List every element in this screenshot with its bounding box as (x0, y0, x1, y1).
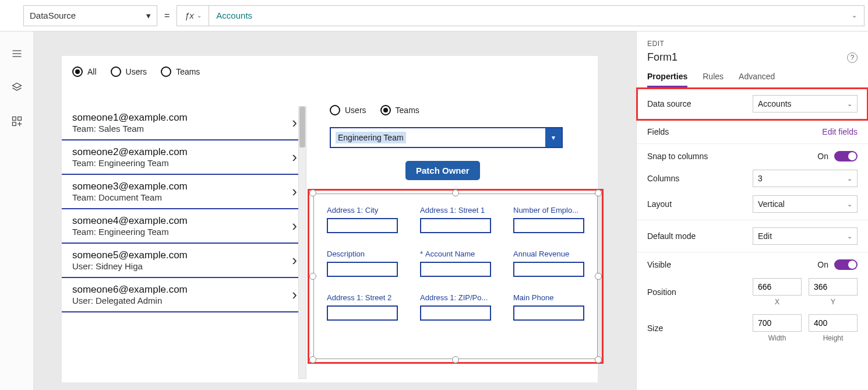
left-filter-radios: AllUsersTeams (62, 56, 598, 83)
tab-properties[interactable]: Properties (647, 72, 687, 87)
scrollbar[interactable] (298, 106, 306, 379)
form-field: Description (327, 250, 398, 277)
field-label: Address 1: Street 1 (420, 206, 491, 215)
field-input[interactable] (513, 262, 584, 277)
formula-input[interactable]: Accounts ⌄ (209, 5, 865, 26)
tab-rules[interactable]: Rules (703, 72, 724, 87)
field-input[interactable] (327, 305, 398, 321)
form-field: Address 1: ZIP/Po... (420, 293, 491, 321)
list-item-title: someone4@example.com (72, 215, 188, 227)
form-field: Address 1: Street 2 (327, 293, 398, 321)
size-label: Size (647, 324, 663, 333)
chevron-right-icon: › (292, 114, 297, 132)
field-input[interactable] (420, 305, 491, 321)
svg-rect-6 (12, 122, 16, 126)
formula-bar: DataSource ▾ = ƒx⌄ Accounts ⌄ (0, 0, 868, 31)
snap-columns-toggle[interactable] (834, 151, 858, 161)
columns-select[interactable]: 3 ⌄ (753, 170, 858, 187)
list-item[interactable]: someone3@example.comTeam: Document Team› (62, 175, 306, 209)
resize-handle[interactable] (452, 356, 459, 363)
form-field: Address 1: Street 1 (420, 206, 491, 233)
formula-expression: Accounts (216, 10, 252, 20)
resize-handle[interactable] (595, 356, 602, 363)
field-input[interactable] (513, 218, 584, 233)
tab-advanced[interactable]: Advanced (739, 72, 775, 87)
list-item-subtitle: Team: Engineering Team (72, 227, 188, 237)
field-input[interactable] (327, 262, 398, 277)
field-label: Number of Emplo... (513, 206, 584, 215)
visible-label: Visible (647, 260, 671, 269)
layers-icon[interactable] (11, 82, 23, 93)
chevron-down-icon: ⌄ (197, 12, 202, 19)
canvas[interactable]: AllUsersTeams someone1@example.comTeam: … (34, 31, 636, 390)
list-item[interactable]: someone1@example.comTeam: Sales Team› (62, 106, 306, 140)
owner-list: someone1@example.comTeam: Sales Team›som… (62, 83, 306, 379)
list-item-subtitle: Team: Document Team (72, 192, 188, 202)
edit-fields-link[interactable]: Edit fields (822, 127, 858, 136)
default-mode-label: Default mode (647, 231, 696, 241)
size-width-input[interactable] (753, 314, 802, 332)
columns-label: Columns (647, 174, 679, 183)
layout-label: Layout (647, 199, 672, 209)
chevron-down-icon: ⌄ (847, 233, 852, 240)
fx-button[interactable]: ƒx⌄ (177, 5, 209, 26)
equals-sign: = (164, 10, 170, 21)
list-item-subtitle: Team: Sales Team (72, 124, 188, 133)
form-field: Annual Revenue (513, 250, 584, 277)
scrollbar-thumb[interactable] (299, 107, 305, 147)
list-item[interactable]: someone6@example.comUser: Delegated Admi… (62, 278, 306, 312)
filter-radio-teams[interactable]: Teams (161, 66, 200, 77)
property-selector[interactable]: DataSource ▾ (23, 5, 157, 26)
list-item-subtitle: Team: Engineering Team (72, 158, 188, 168)
filter-radio-users[interactable]: Users (111, 66, 147, 77)
position-y-input[interactable] (809, 278, 858, 296)
chevron-down-icon: ⌄ (847, 201, 852, 208)
data-source-value: Accounts (758, 99, 792, 108)
visible-toggle[interactable] (834, 259, 858, 270)
filter-radio-all[interactable]: All (72, 66, 97, 77)
field-input[interactable] (420, 262, 491, 277)
list-item[interactable]: someone4@example.comTeam: Engineering Te… (62, 209, 306, 244)
chevron-down-icon: ▾ (146, 10, 151, 21)
radio-icon (380, 105, 391, 115)
insert-icon[interactable] (11, 115, 23, 127)
data-source-section: Data source Accounts ⌄ (637, 88, 868, 120)
chevron-down-icon: ⌄ (852, 12, 857, 19)
form-field: Main Phone (513, 293, 584, 321)
team-combobox[interactable]: Engineering Team ▾ (330, 127, 563, 148)
patch-owner-button[interactable]: Patch Owner (405, 161, 480, 180)
field-label: Main Phone (513, 293, 584, 302)
panel-control-name: Form1 (647, 51, 678, 64)
chevron-right-icon: › (292, 217, 297, 235)
field-input[interactable] (513, 305, 584, 321)
default-mode-select[interactable]: Edit ⌄ (753, 227, 858, 245)
list-item-title: someone3@example.com (72, 181, 188, 192)
detail-radio-users[interactable]: Users (330, 105, 366, 115)
field-input[interactable] (420, 218, 491, 233)
required-asterisk: * (420, 250, 423, 258)
size-height-input[interactable] (809, 314, 858, 332)
size-height-caption: Height (823, 334, 844, 342)
field-input[interactable] (327, 218, 398, 233)
property-selector-value: DataSource (30, 10, 76, 20)
snap-columns-state: On (817, 152, 828, 161)
data-source-select[interactable]: Accounts ⌄ (753, 95, 858, 113)
snap-columns-label: Snap to columns (647, 152, 708, 161)
chevron-down-icon[interactable]: ▾ (545, 128, 562, 147)
svg-marker-3 (12, 83, 21, 88)
data-source-label: Data source (647, 99, 691, 108)
layout-select[interactable]: Vertical ⌄ (753, 195, 858, 213)
form-control[interactable]: Address 1: CityAddress 1: Street 1Number… (313, 194, 598, 359)
resize-handle[interactable] (309, 356, 316, 363)
list-item[interactable]: someone5@example.comUser: Sidney Higa› (62, 244, 306, 278)
radio-icon (330, 105, 340, 115)
svg-rect-5 (17, 117, 21, 121)
detail-radio-teams[interactable]: Teams (380, 105, 419, 115)
list-item-subtitle: User: Sidney Higa (72, 261, 188, 271)
help-icon[interactable]: ? (847, 52, 858, 63)
position-x-input[interactable] (753, 278, 802, 296)
fields-label: Fields (647, 127, 669, 136)
field-label: Address 1: ZIP/Po... (420, 293, 491, 302)
list-item[interactable]: someone2@example.comTeam: Engineering Te… (62, 140, 306, 175)
hamburger-icon[interactable] (11, 48, 23, 59)
